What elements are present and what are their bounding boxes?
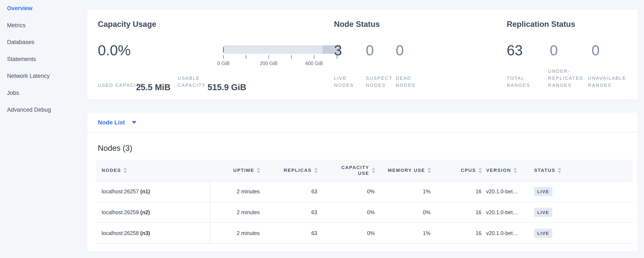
uptime-cell: 2 minutes	[210, 223, 260, 243]
nodes-table-header-row: NODES UPTIME REPLICAS CAPACITY USE MEMOR…	[96, 160, 633, 181]
live-nodes-label: LIVE NODES	[334, 75, 362, 89]
nodes-table: NODES UPTIME REPLICAS CAPACITY USE MEMOR…	[96, 160, 633, 244]
node-address-cell[interactable]: localhost:26258 (n3)	[96, 223, 210, 243]
cluster-summary-card: Capacity Usage 0.0% 0 GiB 200 GiB 400 Gi…	[87, 9, 638, 100]
replicas-cell: 63	[260, 181, 318, 202]
uptime-cell: 2 minutes	[210, 202, 260, 223]
sort-icon[interactable]	[124, 168, 127, 173]
node-status-title: Node Status	[334, 20, 380, 29]
replicas-cell: 63	[260, 202, 318, 223]
under-replicated-ranges-count: 0	[550, 43, 558, 58]
axis-label-200: 200 GiB	[260, 61, 277, 66]
sidebar-item[interactable]: Overview	[7, 0, 51, 17]
capacity-use-cell: 0%	[318, 202, 375, 223]
node-table-row[interactable]: localhost:26257 (n1) 2 minutes 63 0% 1% …	[96, 181, 633, 202]
node-status-section: Node Status 3 0 0 LIVE NODES SUSPECT NOD…	[334, 9, 500, 100]
column-header-status[interactable]: STATUS	[534, 160, 633, 181]
capacity-use-cell: 0%	[318, 181, 375, 202]
sort-icon[interactable]	[314, 168, 318, 173]
sidebar-nav: Overview Metrics Databases Statements Ne…	[7, 0, 51, 118]
node-id: (n3)	[140, 230, 150, 236]
dead-nodes-label: DEAD NODES	[396, 75, 423, 89]
status-badge: LIVE	[534, 229, 552, 238]
sidebar-item[interactable]: Metrics	[7, 17, 51, 34]
sidebar-item[interactable]: Jobs	[7, 85, 51, 102]
cpus-cell: 16	[431, 181, 482, 202]
axis-label-400: 400 GiB	[305, 61, 323, 66]
axis-tick	[246, 55, 246, 59]
node-address-cell[interactable]: localhost:26257 (n1)	[96, 181, 210, 202]
column-header-cpus[interactable]: CPUS	[431, 160, 482, 181]
sidebar-item[interactable]: Databases	[7, 34, 51, 51]
memory-use-cell: 1%	[375, 223, 431, 243]
sidebar-item[interactable]: Advanced Debug	[7, 101, 51, 118]
memory-use-cell: 1%	[375, 181, 431, 202]
sort-icon[interactable]	[372, 168, 375, 173]
cluster-overview-page: { "colors": { "accent_blue": "#3174f1", …	[0, 0, 644, 258]
memory-use-cell: 0%	[375, 202, 431, 223]
version-cell: v20.1.0-bet…	[482, 202, 534, 223]
capacity-usage-title: Capacity Usage	[98, 20, 156, 29]
node-id: (n1)	[140, 188, 150, 194]
node-table-row[interactable]: localhost:26258 (n3) 2 minutes 63 0% 1% …	[96, 223, 633, 243]
status-cell: LIVE	[534, 223, 633, 243]
sidebar: Overview Metrics Databases Statements Ne…	[0, 0, 87, 258]
unavailable-ranges-label: UNAVAILABLE RANGES	[588, 75, 624, 89]
unavailable-ranges-count: 0	[592, 43, 600, 58]
view-dropdown-bar: Node List	[87, 112, 638, 133]
sort-icon[interactable]	[257, 168, 260, 173]
sort-icon[interactable]	[478, 168, 482, 173]
column-header-memory-use[interactable]: MEMORY USE	[375, 160, 431, 181]
uptime-cell: 2 minutes	[210, 181, 260, 202]
total-ranges-count: 63	[507, 43, 523, 58]
sort-icon[interactable]	[558, 168, 561, 173]
usable-capacity-value: 515.9 GiB	[208, 82, 246, 92]
status-cell: LIVE	[534, 181, 633, 202]
column-header-nodes[interactable]: NODES	[96, 160, 210, 181]
suspect-nodes-label: SUSPECT NODES	[366, 75, 394, 89]
total-ranges-label: TOTAL RANGES	[507, 75, 536, 89]
live-nodes-count: 3	[334, 43, 342, 58]
axis-tick	[314, 55, 314, 59]
column-header-version[interactable]: VERSION	[482, 160, 534, 181]
status-badge: LIVE	[534, 187, 552, 196]
column-header-replicas[interactable]: REPLICAS	[260, 160, 318, 181]
sort-icon[interactable]	[514, 168, 517, 173]
capacity-axis: 0 GiB 200 GiB 400 GiB	[223, 55, 340, 70]
node-table-row[interactable]: localhost:26259 (n2) 2 minutes 63 0% 0% …	[96, 202, 633, 223]
cpus-cell: 16	[431, 223, 482, 243]
sidebar-item[interactable]: Network Latency	[7, 68, 51, 85]
sort-icon[interactable]	[428, 168, 431, 173]
node-list-card: Node List Nodes (3) NODES UPTIME REPLICA…	[87, 112, 638, 252]
node-address-cell[interactable]: localhost:26259 (n2)	[96, 202, 210, 223]
dead-nodes-count: 0	[396, 43, 404, 58]
axis-tick	[268, 55, 269, 59]
axis-label-0: 0 GiB	[217, 61, 230, 66]
capacity-bar	[223, 45, 340, 54]
node-list-dropdown-label: Node List	[98, 119, 125, 126]
used-capacity-value: 25.5 MiB	[136, 82, 170, 92]
replication-status-section: Replication Status 63 0 0 TOTAL RANGES U…	[507, 9, 636, 100]
capacity-use-cell: 0%	[318, 223, 375, 243]
column-header-uptime[interactable]: UPTIME	[210, 160, 260, 181]
capacity-bar-used-marker	[223, 47, 224, 52]
column-header-capacity-use[interactable]: CAPACITY USE	[318, 160, 375, 181]
version-cell: v20.1.0-bet…	[482, 181, 534, 202]
axis-tick	[223, 55, 224, 59]
capacity-used-percent: 0.0%	[98, 43, 131, 58]
nodes-section-title: Nodes (3)	[98, 144, 132, 153]
replicas-cell: 63	[260, 223, 318, 243]
node-list-dropdown[interactable]: Node List	[98, 112, 136, 133]
status-badge: LIVE	[534, 208, 552, 217]
status-cell: LIVE	[534, 202, 633, 223]
chevron-down-icon	[132, 121, 136, 124]
under-replicated-ranges-label: UNDER-REPLICATED RANGES	[548, 68, 584, 89]
node-id: (n2)	[140, 209, 150, 215]
version-cell: v20.1.0-bet…	[482, 223, 534, 243]
axis-tick	[291, 55, 292, 59]
replication-status-title: Replication Status	[507, 20, 575, 29]
cpus-cell: 16	[431, 202, 482, 223]
suspect-nodes-count: 0	[366, 43, 374, 58]
sidebar-item[interactable]: Statements	[7, 51, 51, 68]
